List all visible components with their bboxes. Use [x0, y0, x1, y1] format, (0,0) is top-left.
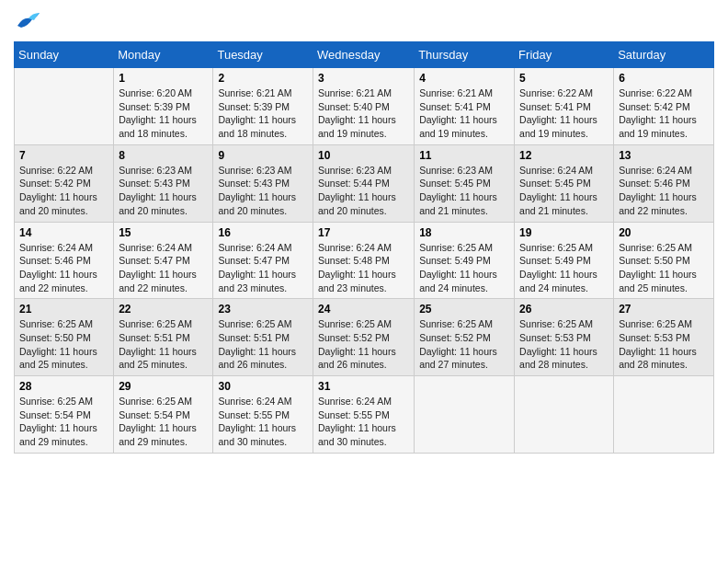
- day-number: 17: [318, 226, 409, 239]
- day-number: 3: [318, 72, 409, 85]
- day-number: 8: [119, 149, 208, 162]
- day-info: Sunrise: 6:24 AMSunset: 5:47 PMDaylight:…: [218, 241, 308, 295]
- calendar-cell: 28 Sunrise: 6:25 AMSunset: 5:54 PMDaylig…: [15, 376, 114, 454]
- calendar-week-row: 21 Sunrise: 6:25 AMSunset: 5:50 PMDaylig…: [15, 299, 714, 376]
- calendar-week-row: 7 Sunrise: 6:22 AMSunset: 5:42 PMDayligh…: [15, 144, 714, 222]
- calendar-cell: 19 Sunrise: 6:25 AMSunset: 5:49 PMDaylig…: [515, 222, 614, 299]
- day-number: 14: [19, 226, 108, 239]
- day-number: 4: [419, 72, 509, 85]
- calendar-cell: [614, 376, 714, 454]
- calendar-cell: 21 Sunrise: 6:25 AMSunset: 5:50 PMDaylig…: [15, 299, 114, 376]
- calendar-cell: [415, 376, 515, 454]
- header-monday: Monday: [114, 42, 213, 68]
- day-number: 5: [519, 72, 609, 85]
- calendar-cell: 3 Sunrise: 6:21 AMSunset: 5:40 PMDayligh…: [313, 68, 415, 145]
- day-info: Sunrise: 6:24 AMSunset: 5:55 PMDaylight:…: [318, 395, 409, 449]
- calendar-cell: 10 Sunrise: 6:23 AMSunset: 5:44 PMDaylig…: [313, 144, 415, 222]
- day-number: 18: [419, 226, 509, 239]
- calendar-cell: 4 Sunrise: 6:21 AMSunset: 5:41 PMDayligh…: [415, 68, 515, 145]
- day-info: Sunrise: 6:25 AMSunset: 5:49 PMDaylight:…: [519, 241, 609, 295]
- day-number: 7: [19, 149, 108, 162]
- calendar-cell: 22 Sunrise: 6:25 AMSunset: 5:51 PMDaylig…: [114, 299, 213, 376]
- calendar-cell: 12 Sunrise: 6:24 AMSunset: 5:45 PMDaylig…: [515, 144, 614, 222]
- day-info: Sunrise: 6:23 AMSunset: 5:43 PMDaylight:…: [218, 164, 308, 218]
- day-number: 13: [619, 149, 709, 162]
- day-info: Sunrise: 6:25 AMSunset: 5:50 PMDaylight:…: [19, 317, 108, 372]
- day-number: 11: [419, 149, 509, 162]
- calendar-cell: 5 Sunrise: 6:22 AMSunset: 5:41 PMDayligh…: [515, 68, 614, 145]
- day-info: Sunrise: 6:23 AMSunset: 5:44 PMDaylight:…: [318, 164, 409, 218]
- day-info: Sunrise: 6:23 AMSunset: 5:43 PMDaylight:…: [119, 164, 208, 218]
- calendar-week-row: 28 Sunrise: 6:25 AMSunset: 5:54 PMDaylig…: [15, 376, 714, 454]
- day-number: 1: [119, 72, 208, 85]
- calendar-cell: 30 Sunrise: 6:24 AMSunset: 5:55 PMDaylig…: [213, 376, 313, 454]
- calendar-cell: 13 Sunrise: 6:24 AMSunset: 5:46 PMDaylig…: [614, 144, 714, 222]
- day-number: 30: [218, 380, 308, 393]
- day-number: 29: [119, 380, 208, 393]
- calendar-week-row: 1 Sunrise: 6:20 AMSunset: 5:39 PMDayligh…: [15, 68, 714, 145]
- day-number: 28: [19, 380, 108, 393]
- calendar-cell: 15 Sunrise: 6:24 AMSunset: 5:47 PMDaylig…: [114, 222, 213, 299]
- header-saturday: Saturday: [614, 42, 714, 68]
- day-number: 10: [318, 149, 409, 162]
- day-info: Sunrise: 6:24 AMSunset: 5:45 PMDaylight:…: [519, 164, 609, 218]
- day-info: Sunrise: 6:22 AMSunset: 5:42 PMDaylight:…: [619, 86, 709, 141]
- calendar-week-row: 14 Sunrise: 6:24 AMSunset: 5:46 PMDaylig…: [15, 222, 714, 299]
- day-info: Sunrise: 6:25 AMSunset: 5:49 PMDaylight:…: [419, 241, 509, 295]
- day-info: Sunrise: 6:22 AMSunset: 5:41 PMDaylight:…: [519, 86, 609, 141]
- calendar-cell: 16 Sunrise: 6:24 AMSunset: 5:47 PMDaylig…: [213, 222, 313, 299]
- day-number: 21: [19, 303, 108, 316]
- calendar-cell: [515, 376, 614, 454]
- calendar-table: SundayMondayTuesdayWednesdayThursdayFrid…: [14, 41, 714, 454]
- day-number: 26: [519, 303, 609, 316]
- calendar-cell: 11 Sunrise: 6:23 AMSunset: 5:45 PMDaylig…: [415, 144, 515, 222]
- day-info: Sunrise: 6:25 AMSunset: 5:52 PMDaylight:…: [419, 317, 509, 372]
- calendar-cell: 9 Sunrise: 6:23 AMSunset: 5:43 PMDayligh…: [213, 144, 313, 222]
- day-info: Sunrise: 6:21 AMSunset: 5:39 PMDaylight:…: [218, 86, 308, 141]
- day-number: 15: [119, 226, 208, 239]
- calendar-cell: [15, 68, 114, 145]
- calendar-cell: 17 Sunrise: 6:24 AMSunset: 5:48 PMDaylig…: [313, 222, 415, 299]
- day-number: 16: [218, 226, 308, 239]
- calendar-cell: 24 Sunrise: 6:25 AMSunset: 5:52 PMDaylig…: [313, 299, 415, 376]
- calendar-cell: 6 Sunrise: 6:22 AMSunset: 5:42 PMDayligh…: [614, 68, 714, 145]
- day-info: Sunrise: 6:25 AMSunset: 5:53 PMDaylight:…: [619, 317, 709, 372]
- header-sunday: Sunday: [15, 42, 114, 68]
- day-info: Sunrise: 6:25 AMSunset: 5:51 PMDaylight:…: [119, 317, 208, 372]
- day-number: 27: [619, 303, 709, 316]
- header: [14, 9, 714, 34]
- day-number: 25: [419, 303, 509, 316]
- day-number: 6: [619, 72, 709, 85]
- day-info: Sunrise: 6:24 AMSunset: 5:55 PMDaylight:…: [218, 395, 308, 449]
- day-number: 2: [218, 72, 308, 85]
- calendar-cell: 23 Sunrise: 6:25 AMSunset: 5:51 PMDaylig…: [213, 299, 313, 376]
- calendar-cell: 1 Sunrise: 6:20 AMSunset: 5:39 PMDayligh…: [114, 68, 213, 145]
- day-info: Sunrise: 6:25 AMSunset: 5:51 PMDaylight:…: [218, 317, 308, 372]
- calendar-cell: 29 Sunrise: 6:25 AMSunset: 5:54 PMDaylig…: [114, 376, 213, 454]
- day-info: Sunrise: 6:24 AMSunset: 5:48 PMDaylight:…: [318, 241, 409, 295]
- calendar-cell: 2 Sunrise: 6:21 AMSunset: 5:39 PMDayligh…: [213, 68, 313, 145]
- day-info: Sunrise: 6:21 AMSunset: 5:40 PMDaylight:…: [318, 86, 409, 141]
- day-info: Sunrise: 6:25 AMSunset: 5:53 PMDaylight:…: [519, 317, 609, 372]
- day-info: Sunrise: 6:20 AMSunset: 5:39 PMDaylight:…: [119, 86, 208, 141]
- day-info: Sunrise: 6:23 AMSunset: 5:45 PMDaylight:…: [419, 164, 509, 218]
- calendar-cell: 18 Sunrise: 6:25 AMSunset: 5:49 PMDaylig…: [415, 222, 515, 299]
- day-number: 31: [318, 380, 409, 393]
- logo-bird-icon: [16, 9, 41, 29]
- day-info: Sunrise: 6:22 AMSunset: 5:42 PMDaylight:…: [19, 164, 108, 218]
- day-number: 23: [218, 303, 308, 316]
- day-number: 19: [519, 226, 609, 239]
- calendar-cell: 14 Sunrise: 6:24 AMSunset: 5:46 PMDaylig…: [15, 222, 114, 299]
- calendar-cell: 26 Sunrise: 6:25 AMSunset: 5:53 PMDaylig…: [515, 299, 614, 376]
- calendar-cell: 7 Sunrise: 6:22 AMSunset: 5:42 PMDayligh…: [15, 144, 114, 222]
- calendar-cell: 27 Sunrise: 6:25 AMSunset: 5:53 PMDaylig…: [614, 299, 714, 376]
- day-number: 9: [218, 149, 308, 162]
- day-info: Sunrise: 6:25 AMSunset: 5:52 PMDaylight:…: [318, 317, 409, 372]
- header-friday: Friday: [515, 42, 614, 68]
- day-number: 20: [619, 226, 709, 239]
- calendar-cell: 8 Sunrise: 6:23 AMSunset: 5:43 PMDayligh…: [114, 144, 213, 222]
- logo: [14, 9, 41, 34]
- header-thursday: Thursday: [415, 42, 515, 68]
- calendar-cell: 25 Sunrise: 6:25 AMSunset: 5:52 PMDaylig…: [415, 299, 515, 376]
- day-info: Sunrise: 6:25 AMSunset: 5:50 PMDaylight:…: [619, 241, 709, 295]
